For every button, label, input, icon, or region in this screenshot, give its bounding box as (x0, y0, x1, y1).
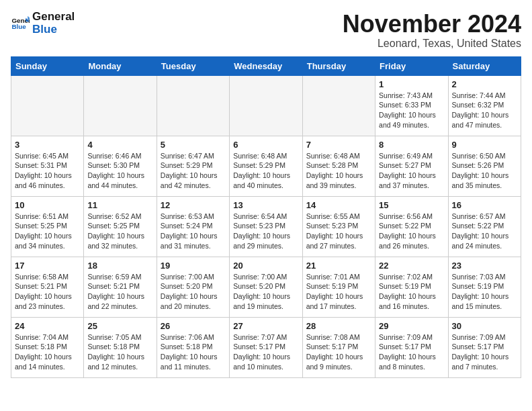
day-detail: Sunrise: 7:09 AM Sunset: 5:17 PM Dayligh… (452, 332, 517, 372)
day-detail: Sunrise: 6:53 AM Sunset: 5:24 PM Dayligh… (161, 212, 226, 251)
calendar-cell: 13Sunrise: 6:54 AM Sunset: 5:23 PM Dayli… (230, 196, 302, 257)
week-row-1: 1Sunrise: 7:43 AM Sunset: 6:33 PM Daylig… (11, 75, 521, 136)
calendar-cell: 6Sunrise: 6:48 AM Sunset: 5:29 PM Daylig… (230, 136, 302, 196)
day-detail: Sunrise: 6:59 AM Sunset: 5:21 PM Dayligh… (87, 272, 152, 312)
calendar-cell: 21Sunrise: 7:01 AM Sunset: 5:19 PM Dayli… (302, 257, 375, 317)
week-row-4: 17Sunrise: 6:58 AM Sunset: 5:21 PM Dayli… (11, 257, 521, 317)
day-number: 14 (306, 200, 371, 210)
day-detail: Sunrise: 6:45 AM Sunset: 5:31 PM Dayligh… (15, 151, 80, 191)
day-detail: Sunrise: 6:48 AM Sunset: 5:28 PM Dayligh… (306, 151, 371, 191)
weekday-header-row: SundayMondayTuesdayWednesdayThursdayFrid… (11, 56, 521, 75)
day-number: 3 (15, 140, 80, 150)
calendar-cell: 12Sunrise: 6:53 AM Sunset: 5:24 PM Dayli… (157, 196, 229, 257)
day-detail: Sunrise: 6:57 AM Sunset: 5:22 PM Dayligh… (452, 212, 517, 251)
day-number: 18 (87, 261, 152, 271)
day-detail: Sunrise: 6:55 AM Sunset: 5:23 PM Dayligh… (306, 212, 371, 251)
calendar-cell: 15Sunrise: 6:56 AM Sunset: 5:22 PM Dayli… (375, 196, 448, 257)
logo: General Blue General Blue (11, 11, 75, 36)
day-number: 1 (379, 79, 444, 89)
day-detail: Sunrise: 7:00 AM Sunset: 5:20 PM Dayligh… (161, 272, 226, 312)
svg-text:Blue: Blue (11, 23, 26, 30)
day-number: 13 (233, 200, 298, 210)
day-detail: Sunrise: 6:58 AM Sunset: 5:21 PM Dayligh… (15, 272, 80, 312)
day-number: 4 (87, 140, 152, 150)
weekday-header-wednesday: Wednesday (230, 56, 302, 75)
day-number: 2 (452, 79, 517, 89)
weekday-header-thursday: Thursday (302, 56, 375, 75)
day-detail: Sunrise: 7:07 AM Sunset: 5:17 PM Dayligh… (233, 332, 298, 372)
calendar-cell: 17Sunrise: 6:58 AM Sunset: 5:21 PM Dayli… (11, 257, 84, 317)
day-number: 9 (452, 140, 517, 150)
calendar-cell: 9Sunrise: 6:50 AM Sunset: 5:26 PM Daylig… (448, 136, 521, 196)
calendar-cell: 5Sunrise: 6:47 AM Sunset: 5:29 PM Daylig… (157, 136, 229, 196)
calendar-cell: 18Sunrise: 6:59 AM Sunset: 5:21 PM Dayli… (84, 257, 157, 317)
calendar-table: SundayMondayTuesdayWednesdayThursdayFrid… (11, 56, 521, 378)
day-detail: Sunrise: 7:02 AM Sunset: 5:19 PM Dayligh… (379, 272, 444, 312)
day-number: 15 (379, 200, 444, 210)
calendar-cell: 16Sunrise: 6:57 AM Sunset: 5:22 PM Dayli… (448, 196, 521, 257)
week-row-2: 3Sunrise: 6:45 AM Sunset: 5:31 PM Daylig… (11, 136, 521, 196)
calendar-cell (302, 75, 375, 136)
calendar-cell: 2Sunrise: 7:44 AM Sunset: 6:32 PM Daylig… (448, 75, 521, 136)
calendar-cell: 23Sunrise: 7:03 AM Sunset: 5:19 PM Dayli… (448, 257, 521, 317)
logo-blue: Blue (32, 24, 75, 36)
calendar-cell: 25Sunrise: 7:05 AM Sunset: 5:18 PM Dayli… (84, 317, 157, 377)
calendar-cell: 4Sunrise: 6:46 AM Sunset: 5:30 PM Daylig… (84, 136, 157, 196)
day-number: 10 (15, 200, 80, 210)
calendar-cell: 24Sunrise: 7:04 AM Sunset: 5:18 PM Dayli… (11, 317, 84, 377)
calendar-cell: 7Sunrise: 6:48 AM Sunset: 5:28 PM Daylig… (302, 136, 375, 196)
day-number: 8 (379, 140, 444, 150)
day-number: 19 (161, 261, 226, 271)
weekday-header-sunday: Sunday (11, 56, 84, 75)
day-number: 5 (161, 140, 226, 150)
logo-icon: General Blue (11, 14, 30, 33)
calendar-cell (11, 75, 84, 136)
day-number: 7 (306, 140, 371, 150)
calendar-cell: 8Sunrise: 6:49 AM Sunset: 5:27 PM Daylig… (375, 136, 448, 196)
calendar-cell: 27Sunrise: 7:07 AM Sunset: 5:17 PM Dayli… (230, 317, 302, 377)
day-detail: Sunrise: 6:48 AM Sunset: 5:29 PM Dayligh… (233, 151, 298, 191)
calendar-cell: 26Sunrise: 7:06 AM Sunset: 5:18 PM Dayli… (157, 317, 229, 377)
week-row-5: 24Sunrise: 7:04 AM Sunset: 5:18 PM Dayli… (11, 317, 521, 377)
day-detail: Sunrise: 6:51 AM Sunset: 5:25 PM Dayligh… (15, 212, 80, 251)
day-detail: Sunrise: 6:46 AM Sunset: 5:30 PM Dayligh… (87, 151, 152, 191)
day-detail: Sunrise: 7:05 AM Sunset: 5:18 PM Dayligh… (87, 332, 152, 372)
day-detail: Sunrise: 6:52 AM Sunset: 5:25 PM Dayligh… (87, 212, 152, 251)
day-number: 17 (15, 261, 80, 271)
day-number: 21 (306, 261, 371, 271)
day-number: 25 (87, 321, 152, 331)
calendar-cell: 28Sunrise: 7:08 AM Sunset: 5:17 PM Dayli… (302, 317, 375, 377)
calendar-cell: 14Sunrise: 6:55 AM Sunset: 5:23 PM Dayli… (302, 196, 375, 257)
week-row-3: 10Sunrise: 6:51 AM Sunset: 5:25 PM Dayli… (11, 196, 521, 257)
logo-general: General (32, 11, 75, 24)
calendar-cell: 3Sunrise: 6:45 AM Sunset: 5:31 PM Daylig… (11, 136, 84, 196)
day-detail: Sunrise: 7:06 AM Sunset: 5:18 PM Dayligh… (161, 332, 226, 372)
calendar-title: November 2024 (343, 11, 521, 38)
weekday-header-monday: Monday (84, 56, 157, 75)
title-block: November 2024 Leonard, Texas, United Sta… (343, 11, 521, 50)
day-detail: Sunrise: 6:56 AM Sunset: 5:22 PM Dayligh… (379, 212, 444, 251)
day-number: 24 (15, 321, 80, 331)
calendar-cell (84, 75, 157, 136)
day-detail: Sunrise: 6:50 AM Sunset: 5:26 PM Dayligh… (452, 151, 517, 191)
day-number: 26 (161, 321, 226, 331)
calendar-cell: 19Sunrise: 7:00 AM Sunset: 5:20 PM Dayli… (157, 257, 229, 317)
day-detail: Sunrise: 7:03 AM Sunset: 5:19 PM Dayligh… (452, 272, 517, 312)
day-detail: Sunrise: 7:44 AM Sunset: 6:32 PM Dayligh… (452, 91, 517, 130)
calendar-cell: 10Sunrise: 6:51 AM Sunset: 5:25 PM Dayli… (11, 196, 84, 257)
day-number: 11 (87, 200, 152, 210)
day-detail: Sunrise: 6:47 AM Sunset: 5:29 PM Dayligh… (161, 151, 226, 191)
calendar-subtitle: Leonard, Texas, United States (343, 38, 521, 50)
day-number: 28 (306, 321, 371, 331)
day-number: 23 (452, 261, 517, 271)
day-number: 30 (452, 321, 517, 331)
calendar-cell: 1Sunrise: 7:43 AM Sunset: 6:33 PM Daylig… (375, 75, 448, 136)
day-number: 27 (233, 321, 298, 331)
day-number: 20 (233, 261, 298, 271)
weekday-header-friday: Friday (375, 56, 448, 75)
calendar-cell: 29Sunrise: 7:09 AM Sunset: 5:17 PM Dayli… (375, 317, 448, 377)
weekday-header-tuesday: Tuesday (157, 56, 229, 75)
weekday-header-saturday: Saturday (448, 56, 521, 75)
calendar-cell: 30Sunrise: 7:09 AM Sunset: 5:17 PM Dayli… (448, 317, 521, 377)
page-header: General Blue General Blue November 2024 … (11, 11, 521, 50)
